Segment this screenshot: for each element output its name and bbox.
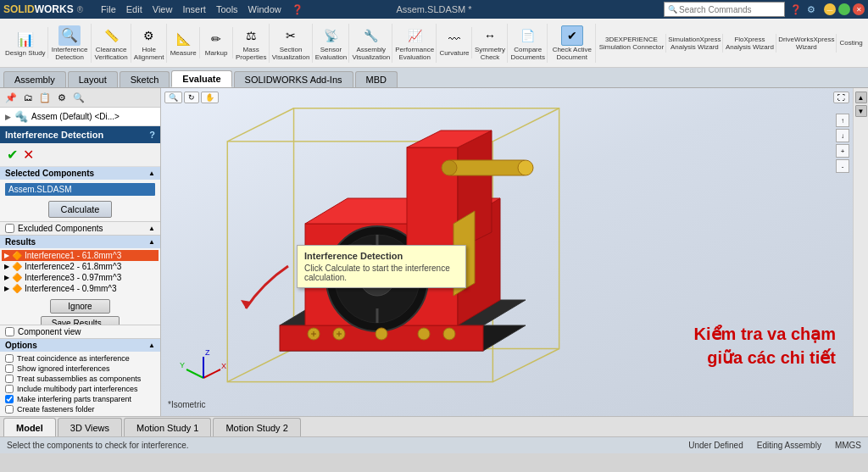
tooltip-text: Click Calculate to start the interferenc… [304, 264, 459, 282]
vp-fullscreen-btn[interactable]: ⛶ [833, 92, 849, 103]
win-minimize[interactable]: — [824, 3, 836, 15]
win-maximize[interactable] [838, 3, 850, 15]
cancel-icon[interactable]: ✕ [23, 147, 34, 163]
menu-tools[interactable]: Tools [212, 3, 242, 16]
interference-icon[interactable]: 🔍 [58, 25, 81, 46]
markup-label: Markup [205, 49, 228, 57]
menu-window[interactable]: Window [244, 3, 286, 16]
selected-component-item[interactable]: Assem.SLDASM [5, 183, 155, 196]
markup-icon[interactable]: ✏ [205, 29, 227, 49]
pin-icon[interactable]: 📌 [3, 90, 19, 105]
interference-tooltip: Interference Detection Click Calculate t… [297, 245, 466, 288]
panel-view-icon[interactable]: 🗂 [20, 90, 36, 105]
help-icon[interactable]: ❓ [790, 4, 802, 15]
bottom-tab-motion1[interactable]: Motion Study 1 [124, 418, 211, 436]
option-3-checkbox[interactable] [5, 375, 14, 383]
component-view-label: Component view [18, 327, 81, 336]
tab-mbd[interactable]: MBD [355, 71, 398, 87]
result-item-3[interactable]: ▶ 🔶 Interference3 - 0.97mm^3 [2, 272, 159, 283]
curvature-icon[interactable]: 〰 [443, 29, 465, 49]
tab-sketch[interactable]: Sketch [120, 71, 170, 87]
options-header[interactable]: Options ▲ [0, 339, 160, 352]
mass-icon[interactable]: ⚖ [240, 25, 262, 46]
performance-icon[interactable]: 📈 [403, 25, 426, 46]
measure-icon[interactable]: 📐 [172, 29, 194, 49]
arrow-annotation [229, 258, 314, 325]
menu-file[interactable]: File [97, 3, 120, 16]
settings-icon[interactable]: ⚙ [807, 4, 815, 15]
result-2-icon: 🔶 [12, 262, 22, 271]
vp-right-btn1[interactable]: ↑ [836, 114, 849, 127]
option-5: Make interfering parts transparent [5, 394, 155, 404]
option-2-checkbox[interactable] [5, 364, 14, 373]
design-study-icon[interactable]: 📊 [14, 29, 36, 49]
option-1-checkbox[interactable] [5, 354, 14, 363]
confirm-icon[interactable]: ✔ [7, 147, 18, 163]
result-item-1[interactable]: ▶ 🔶 Interference1 - 61.8mm^3 [2, 250, 159, 261]
bottom-tab-motion2[interactable]: Motion Study 2 [213, 418, 300, 436]
menu-edit[interactable]: Edit [122, 3, 147, 16]
tree-root[interactable]: ▶ 🔩 Assem (Default) <Di...> [0, 108, 160, 126]
tab-addins[interactable]: SOLIDWORKS Add-Ins [234, 71, 353, 87]
option-6-checkbox[interactable] [5, 405, 14, 414]
sensor-icon[interactable]: 📡 [320, 25, 342, 46]
vp-rotate-btn[interactable]: ↻ [184, 92, 199, 103]
calculate-button[interactable]: Calculate [48, 201, 113, 218]
option-4-label: Include multibody part interferences [17, 385, 138, 393]
vp-zoom-btn[interactable]: 🔍 [164, 92, 182, 103]
panel-actions-top: ✔ ✕ [0, 143, 160, 167]
hole-icon[interactable]: ⚙ [138, 25, 160, 46]
panel-icon2[interactable]: 📋 [37, 90, 53, 105]
selected-components-header[interactable]: Selected Components ▲ [0, 167, 160, 180]
selected-components-section: Selected Components ▲ Assem.SLDASM Calcu… [0, 167, 160, 222]
symmetry-icon[interactable]: ↔ [479, 25, 501, 46]
toolbar-hole: ⚙ HoleAlignment [132, 24, 167, 63]
check-active-icon[interactable]: ✔ [561, 25, 583, 46]
mass-label: MassProperties [236, 46, 266, 61]
bottom-tab-3dviews[interactable]: 3D Views [58, 418, 122, 436]
tab-evaluate[interactable]: Evaluate [171, 70, 231, 87]
viewport-toolbar: 🔍 ↻ ✋ ⛶ [164, 92, 849, 103]
assembly-vis-icon[interactable]: 🔧 [360, 25, 382, 46]
option-5-label: Make interfering parts transparent [17, 395, 131, 403]
component-view-checkbox[interactable] [5, 327, 14, 336]
save-results-button[interactable]: Save Results... [41, 316, 120, 325]
result-item-4[interactable]: ▶ 🔶 Interference4 - 0.9mm^3 [2, 283, 159, 294]
status-right: Under Defined Editing Assembly MMGS [688, 441, 861, 450]
win-close[interactable]: ✕ [853, 3, 865, 15]
bottom-tab-model[interactable]: Model [3, 418, 56, 436]
status-editing: Editing Assembly [757, 441, 821, 450]
menu-help[interactable]: ❓ [287, 3, 308, 16]
search-input-container[interactable]: 🔍 [664, 2, 785, 17]
rs-btn-2[interactable]: ▼ [855, 105, 867, 117]
toolbar-mass: ⚖ MassProperties [234, 24, 270, 63]
menu-view[interactable]: View [148, 3, 177, 16]
excluded-checkbox[interactable] [5, 224, 14, 233]
clearance-icon[interactable]: 📏 [100, 25, 122, 46]
tab-assembly[interactable]: Assembly [3, 71, 66, 87]
tab-layout[interactable]: Layout [68, 71, 118, 87]
excluded-header[interactable]: Excluded Components ▲ [0, 222, 160, 235]
result-item-2[interactable]: ▶ 🔶 Interference2 - 61.8mm^3 [2, 261, 159, 272]
option-4-checkbox[interactable] [5, 385, 14, 393]
search-input[interactable] [679, 3, 781, 15]
result-4-label: Interference4 - 0.9mm^3 [25, 284, 117, 293]
panel-icon3[interactable]: ⚙ [54, 90, 70, 105]
toolbar-section: ✂ SectionVisualization [270, 24, 313, 63]
panel-help-icon[interactable]: ? [149, 130, 155, 140]
section-icon[interactable]: ✂ [280, 25, 302, 46]
panel-icon4[interactable]: 🔍 [71, 90, 86, 105]
menu-insert[interactable]: Insert [178, 3, 210, 16]
vp-right-btn3[interactable]: + [836, 144, 849, 158]
rs-btn-1[interactable]: ▲ [855, 92, 867, 103]
vp-pan-btn[interactable]: ✋ [201, 92, 219, 103]
option-5-checkbox[interactable] [5, 395, 14, 403]
results-header[interactable]: Results ▲ [0, 236, 160, 248]
vp-right-btn2[interactable]: ↓ [836, 129, 849, 142]
app-logo: SOLIDWORKS ® [3, 3, 83, 15]
ignore-button[interactable]: Ignore [50, 299, 109, 314]
viewport[interactable]: 🔍 ↻ ✋ ⛶ [161, 88, 853, 416]
viet-annotation: Kiểm tra va chạm giữa các chi tiết [694, 322, 836, 369]
vp-right-btn4[interactable]: - [836, 159, 849, 173]
compare-icon[interactable]: 📄 [517, 25, 539, 46]
